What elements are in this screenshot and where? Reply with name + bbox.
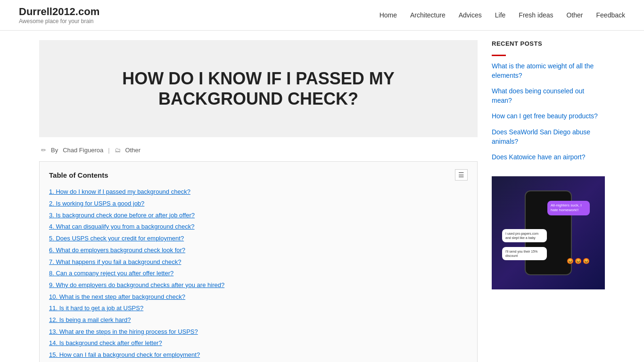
- toc-link[interactable]: 3. Is background check done before or af…: [49, 212, 195, 219]
- emoji-3: 😡: [583, 258, 590, 265]
- toc-link[interactable]: 8. Can a company reject you after offer …: [49, 270, 173, 277]
- recent-post-link[interactable]: Does SeaWorld San Diego abuse animals?: [492, 128, 605, 146]
- ad-inner: All-nighters suck, I hate homework!! I u…: [492, 176, 605, 289]
- meta-divider: |: [108, 147, 109, 154]
- toc-link[interactable]: 13. What are the steps in the hiring pro…: [49, 328, 198, 335]
- toc-item: 15. How can I fail a background check fo…: [49, 349, 468, 361]
- toc-link[interactable]: 1. How do I know if I passed my backgrou…: [49, 188, 190, 195]
- toc-item: 4. What can disqualify you from a backgr…: [49, 221, 468, 233]
- chat-bubble-2: I used pro-papers.com and slept like a b…: [502, 229, 547, 242]
- site-title-link[interactable]: Durrell2012.com: [19, 6, 99, 18]
- chat-bubble-3: I'll send you their 15% discount: [502, 247, 547, 260]
- article-hero: HOW DO I KNOW IF I PASSED MY BACKGROUND …: [39, 40, 478, 137]
- toc-item: 10. What is the next step after backgrou…: [49, 291, 468, 303]
- recent-post-link[interactable]: What is the atomic weight of all the ele…: [492, 62, 605, 80]
- toc-item: 12. Is being a mail clerk hard?: [49, 314, 468, 326]
- recent-posts-section: RECENT POSTS What is the atomic weight o…: [492, 40, 605, 162]
- table-of-contents: Table of Contents ☰ 1. How do I know if …: [39, 161, 478, 362]
- chat-bubble-1: All-nighters suck, I hate homework!!: [547, 201, 590, 215]
- toc-link[interactable]: 7. What happens if you fail a background…: [49, 258, 181, 265]
- main-container: HOW DO I KNOW IF I PASSED MY BACKGROUND …: [20, 31, 624, 362]
- nav-link-advices[interactable]: Advices: [459, 11, 482, 19]
- recent-post-link[interactable]: Does Katowice have an airport?: [492, 153, 605, 162]
- recent-posts-list: What is the atomic weight of all the ele…: [492, 62, 605, 162]
- toc-link[interactable]: 2. Is working for USPS a good job?: [49, 200, 144, 207]
- site-branding: Durrell2012.com Awesome place for your b…: [19, 6, 99, 25]
- toc-item: 14. Is background check after offer lett…: [49, 337, 468, 349]
- sidebar: RECENT POSTS What is the atomic weight o…: [492, 40, 605, 362]
- nav-link-life[interactable]: Life: [495, 11, 506, 19]
- toc-link[interactable]: 6. What do employers background check lo…: [49, 247, 185, 254]
- article-area: HOW DO I KNOW IF I PASSED MY BACKGROUND …: [39, 40, 478, 362]
- pen-icon: ✏: [41, 147, 46, 154]
- nav-link-home[interactable]: Home: [380, 11, 397, 19]
- toc-item: 5. Does USPS check your credit for emplo…: [49, 233, 468, 245]
- toc-title: Table of Contents: [49, 171, 108, 179]
- category-link[interactable]: Other: [125, 147, 141, 154]
- title-underline: [492, 55, 506, 56]
- author-label: By: [51, 147, 58, 154]
- toc-item: 1. How do I know if I passed my backgrou…: [49, 186, 468, 198]
- emoji-row: 😡 😡 😡: [567, 258, 590, 265]
- sidebar-ad: All-nighters suck, I hate homework!! I u…: [492, 176, 605, 289]
- toc-link[interactable]: 4. What can disqualify you from a backgr…: [49, 223, 195, 230]
- author-link[interactable]: Chad Figueroa: [63, 147, 103, 154]
- toc-link[interactable]: 12. Is being a mail clerk hard?: [49, 316, 131, 323]
- site-header: Durrell2012.com Awesome place for your b…: [0, 0, 644, 31]
- main-nav: HomeArchitectureAdvicesLifeFresh ideasOt…: [380, 11, 625, 19]
- article-title: HOW DO I KNOW IF I PASSED MY BACKGROUND …: [58, 68, 459, 109]
- toc-item: 11. Is it hard to get a job at USPS?: [49, 303, 468, 314]
- nav-link-architecture[interactable]: Architecture: [410, 11, 446, 19]
- toc-link[interactable]: 10. What is the next step after backgrou…: [49, 293, 185, 300]
- toc-link[interactable]: 15. How can I fail a background check fo…: [49, 351, 200, 358]
- emoji-1: 😡: [567, 258, 574, 265]
- toc-item: 13. What are the steps in the hiring pro…: [49, 326, 468, 338]
- nav-link-other[interactable]: Other: [567, 11, 583, 19]
- toc-item: 6. What do employers background check lo…: [49, 245, 468, 256]
- recent-post-link[interactable]: What does being counseled out mean?: [492, 87, 605, 105]
- toc-list: 1. How do I know if I passed my backgrou…: [49, 186, 468, 362]
- sidebar-ad-section: All-nighters suck, I hate homework!! I u…: [492, 176, 605, 289]
- toc-link[interactable]: 11. Is it hard to get a job at USPS?: [49, 304, 143, 312]
- toc-header: Table of Contents ☰: [49, 169, 468, 181]
- phone-mockup: All-nighters suck, I hate homework!! I u…: [525, 190, 572, 275]
- nav-link-feedback[interactable]: Feedback: [596, 11, 625, 19]
- toc-item: 8. Can a company reject you after offer …: [49, 268, 468, 280]
- toc-item: 7. What happens if you fail a background…: [49, 256, 468, 268]
- toc-link[interactable]: 14. Is background check after offer lett…: [49, 339, 162, 346]
- toc-link[interactable]: 9. Why do employers do background checks…: [49, 281, 224, 288]
- emoji-2: 😡: [575, 258, 582, 265]
- toc-item: 9. Why do employers do background checks…: [49, 280, 468, 291]
- nav-link-fresh-ideas[interactable]: Fresh ideas: [519, 11, 553, 19]
- recent-post-link[interactable]: How can I get free beauty products?: [492, 112, 605, 121]
- category-icon: 🗂: [115, 147, 121, 154]
- site-tagline: Awesome place for your brain: [19, 18, 99, 25]
- toc-link[interactable]: 5. Does USPS check your credit for emplo…: [49, 235, 184, 242]
- toc-item: 3. Is background check done before or af…: [49, 210, 468, 222]
- toc-item: 2. Is working for USPS a good job?: [49, 198, 468, 210]
- article-meta: ✏ By Chad Figueroa | 🗂 Other: [39, 147, 478, 154]
- recent-posts-title: RECENT POSTS: [492, 40, 605, 50]
- toc-toggle-button[interactable]: ☰: [455, 169, 468, 181]
